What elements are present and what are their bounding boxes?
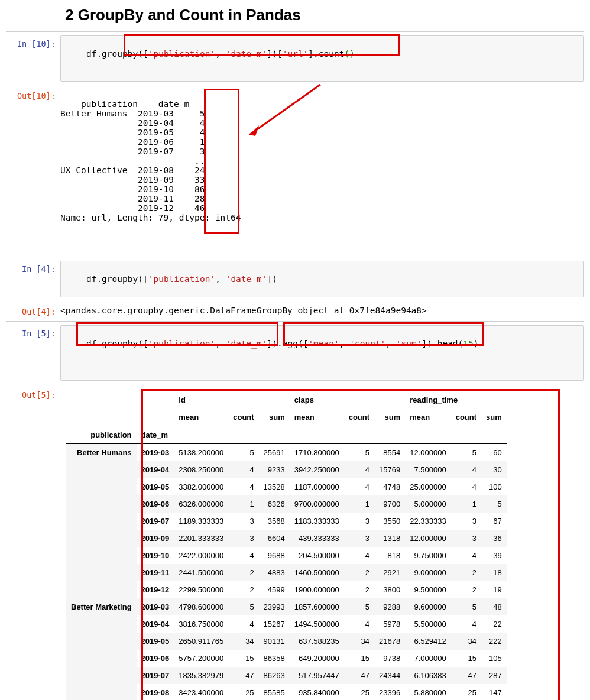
th-spacer bbox=[228, 426, 258, 444]
th-spacer bbox=[174, 426, 228, 444]
cell-value: 6604 bbox=[259, 530, 290, 547]
sub-col-header: sum bbox=[374, 409, 405, 426]
cell-value: 30 bbox=[481, 461, 507, 478]
cell-value: 3 bbox=[344, 513, 374, 530]
cell-value: 1835.382979 bbox=[174, 667, 228, 684]
code-input-10[interactable]: df.groupby(['publication', 'date_m'])['u… bbox=[60, 35, 584, 82]
cell-value: 5 bbox=[344, 598, 374, 615]
cell-value: 3 bbox=[228, 513, 258, 530]
cell-value: 4 bbox=[228, 547, 258, 564]
th-spacer bbox=[451, 426, 481, 444]
cell-value: 85585 bbox=[259, 684, 290, 700]
cell-value: 3 bbox=[451, 530, 481, 547]
row-index-date: 2019-11 bbox=[137, 564, 174, 581]
sub-col-header: count bbox=[228, 409, 258, 426]
cell-value: 67 bbox=[481, 513, 507, 530]
cell-value: 9.750000 bbox=[405, 547, 450, 564]
cell-value: 4 bbox=[344, 547, 374, 564]
cell-value: 24344 bbox=[374, 667, 405, 684]
input-cell-5: In [5]: df.groupby(['publication', 'date… bbox=[6, 321, 584, 384]
cell-value: 9288 bbox=[374, 598, 405, 615]
cell-value: 9233 bbox=[259, 461, 290, 478]
th-spacer bbox=[290, 426, 344, 444]
cell-value: 3568 bbox=[259, 513, 290, 530]
sub-col-header: sum bbox=[259, 409, 290, 426]
cell-value: 19 bbox=[481, 581, 507, 598]
cell-value: 6326.000000 bbox=[174, 495, 228, 513]
cell-value: 47 bbox=[451, 667, 481, 684]
cell-value: 1183.333333 bbox=[290, 513, 344, 530]
cell-value: 15267 bbox=[259, 615, 290, 633]
cell-value: 4 bbox=[228, 478, 258, 495]
cell-value: 3942.250000 bbox=[290, 461, 344, 478]
row-index-date: 2019-05 bbox=[137, 478, 174, 495]
cell-value: 34 bbox=[344, 633, 374, 650]
cell-value: 3 bbox=[344, 530, 374, 547]
cell-value: 2 bbox=[228, 581, 258, 598]
cell-value: 47 bbox=[344, 667, 374, 684]
cell-value: 2 bbox=[451, 581, 481, 598]
cell-value: 935.840000 bbox=[290, 684, 344, 700]
cell-value: 3816.750000 bbox=[174, 615, 228, 633]
cell-value: 9.500000 bbox=[405, 581, 450, 598]
cell-value: 5.880000 bbox=[405, 684, 450, 700]
input-cell-10: In [10]: df.groupby(['publication', 'dat… bbox=[6, 31, 584, 85]
cell-value: 86358 bbox=[259, 650, 290, 667]
index-header: publication bbox=[66, 426, 137, 444]
th-spacer bbox=[66, 391, 137, 409]
cell-value: 60 bbox=[481, 444, 507, 462]
code-input-4[interactable]: df.groupby(['publication', 'date_m']) bbox=[60, 261, 584, 297]
cell-value: 2299.500000 bbox=[174, 581, 228, 598]
row-index-date: 2019-04 bbox=[137, 615, 174, 633]
cell-value: 6.529412 bbox=[405, 633, 450, 650]
cell-value: 1189.333333 bbox=[174, 513, 228, 530]
section-heading: 2 GroupBy and Count in Pandas bbox=[65, 6, 584, 24]
cell-value: 90131 bbox=[259, 633, 290, 650]
cell-value: 4 bbox=[228, 461, 258, 478]
cell-value: 8554 bbox=[374, 444, 405, 462]
cell-value: 4 bbox=[451, 547, 481, 564]
cell-value: 15 bbox=[451, 650, 481, 667]
cell-value: 22.333333 bbox=[405, 513, 450, 530]
cell-value: 5 bbox=[228, 598, 258, 615]
cell-value: 2308.250000 bbox=[174, 461, 228, 478]
cell-value: 287 bbox=[481, 667, 507, 684]
cell-value: 2 bbox=[451, 564, 481, 581]
output-cell-10: Out[10]: publication date_m Better Human… bbox=[6, 85, 584, 257]
cell-value: 2441.500000 bbox=[174, 564, 228, 581]
cell-value: 147 bbox=[481, 684, 507, 700]
cell-value: 21678 bbox=[374, 633, 405, 650]
cell-value: 25.000000 bbox=[405, 478, 450, 495]
row-index-date: 2019-03 bbox=[137, 598, 174, 615]
dataframe-output-5: idclapsreading_timemeancountsummeancount… bbox=[60, 387, 584, 700]
out-prompt-5: Out[5]: bbox=[6, 387, 60, 700]
cell-value: 86263 bbox=[259, 667, 290, 684]
out-prompt-10: Out[10]: bbox=[6, 88, 60, 253]
dataframe-table: idclapsreading_timemeancountsummeancount… bbox=[66, 391, 507, 700]
cell-value: 3 bbox=[451, 513, 481, 530]
th-spacer bbox=[344, 426, 374, 444]
sub-col-header: count bbox=[344, 409, 374, 426]
cell-value: 25 bbox=[344, 684, 374, 700]
cell-value: 25 bbox=[228, 684, 258, 700]
cell-value: 1710.800000 bbox=[290, 444, 344, 462]
highlight-box-counts bbox=[204, 89, 239, 234]
cell-value: 1 bbox=[344, 495, 374, 513]
cell-value: 18 bbox=[481, 564, 507, 581]
code-input-5[interactable]: df.groupby(['publication', 'date_m']).ag… bbox=[60, 325, 584, 381]
cell-value: 818 bbox=[374, 547, 405, 564]
cell-value: 2921 bbox=[374, 564, 405, 581]
cell-value: 3550 bbox=[374, 513, 405, 530]
index-header: date_m bbox=[137, 426, 174, 444]
in-prompt-5: In [5]: bbox=[6, 325, 60, 381]
cell-value: 9.600000 bbox=[405, 598, 450, 615]
cell-value: 5.000000 bbox=[405, 495, 450, 513]
cell-value: 4 bbox=[451, 615, 481, 633]
cell-value: 4798.600000 bbox=[174, 598, 228, 615]
cell-value: 439.333333 bbox=[290, 530, 344, 547]
cell-value: 12.000000 bbox=[405, 444, 450, 462]
cell-value: 25691 bbox=[259, 444, 290, 462]
col-group-header: id bbox=[174, 391, 289, 409]
cell-value: 7.500000 bbox=[405, 461, 450, 478]
row-index-date: 2019-06 bbox=[137, 650, 174, 667]
